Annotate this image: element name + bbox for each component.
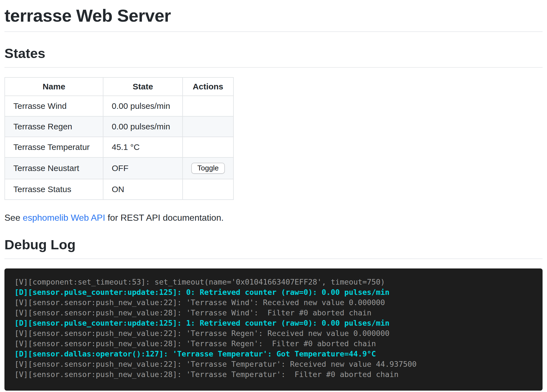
api-note: See esphomelib Web API for REST API docu…: [4, 212, 543, 223]
state-value-cell: 45.1 °C: [103, 137, 183, 157]
api-note-prefix: See: [4, 213, 23, 223]
state-name-cell: Terrasse Neustart: [5, 157, 103, 179]
actions-cell: [183, 96, 233, 116]
states-table: Name State Actions Terrasse Wind0.00 pul…: [4, 77, 234, 200]
log-line: [V][sensor.sensor:push_new_value:22]: 'T…: [14, 297, 533, 308]
table-row: Terrasse Temperatur45.1 °C: [5, 137, 233, 157]
state-value-cell: OFF: [103, 157, 183, 179]
state-value-cell: ON: [103, 179, 183, 200]
column-header-name: Name: [5, 77, 103, 96]
log-line: [V][sensor.sensor:push_new_value:22]: 'T…: [14, 359, 533, 369]
state-name-cell: Terrasse Temperatur: [5, 137, 103, 157]
log-line: [D][sensor.pulse_counter:update:125]: 1:…: [14, 318, 533, 328]
log-line: [D][sensor.dallas:operator():127]: 'Terr…: [14, 349, 533, 359]
table-row: Terrasse Regen0.00 pulses/min: [5, 116, 233, 137]
state-value-cell: 0.00 pulses/min: [103, 96, 183, 116]
table-header-row: Name State Actions: [5, 77, 233, 96]
page-title: terrasse Web Server: [4, 0, 543, 32]
api-note-suffix: for REST API documentation.: [105, 213, 223, 223]
log-line: [V][component:set_timeout:53]: set_timeo…: [14, 277, 533, 287]
web-api-link[interactable]: esphomelib Web API: [23, 213, 105, 223]
states-heading: States: [4, 46, 543, 68]
state-value-cell: 0.00 pulses/min: [103, 116, 183, 137]
table-row: Terrasse NeustartOFFToggle: [5, 157, 233, 179]
table-row: Terrasse Wind0.00 pulses/min: [5, 96, 233, 116]
state-name-cell: Terrasse Wind: [5, 96, 103, 116]
table-row: Terrasse StatusON: [5, 179, 233, 200]
actions-cell: [183, 137, 233, 157]
log-line: [V][sensor.sensor:push_new_value:28]: 'T…: [14, 308, 533, 318]
log-line: [V][sensor.sensor:push_new_value:22]: 'T…: [14, 328, 533, 338]
column-header-state: State: [103, 77, 183, 96]
actions-cell: Toggle: [183, 157, 233, 179]
state-name-cell: Terrasse Regen: [5, 116, 103, 137]
toggle-button[interactable]: Toggle: [191, 163, 225, 174]
log-line: [D][sensor.pulse_counter:update:125]: 0:…: [14, 287, 533, 297]
actions-cell: [183, 116, 233, 137]
debug-log-heading: Debug Log: [4, 237, 543, 259]
debug-log-console[interactable]: [V][component:set_timeout:53]: set_timeo…: [4, 268, 543, 391]
state-name-cell: Terrasse Status: [5, 179, 103, 200]
log-line: [V][sensor.sensor:push_new_value:28]: 'T…: [14, 369, 533, 380]
column-header-actions: Actions: [183, 77, 233, 96]
actions-cell: [183, 179, 233, 200]
log-line: [V][sensor.sensor:push_new_value:28]: 'T…: [14, 338, 533, 349]
